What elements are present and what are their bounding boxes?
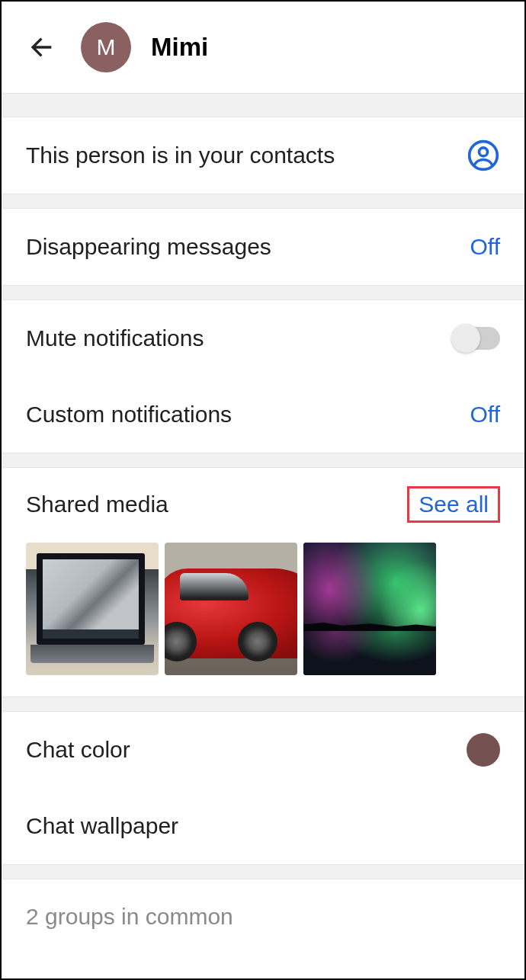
divider bbox=[2, 697, 524, 712]
divider bbox=[2, 453, 524, 468]
header: M Mimi bbox=[2, 2, 524, 93]
svg-point-1 bbox=[479, 148, 488, 156]
disappearing-value: Off bbox=[470, 234, 500, 260]
contacts-row[interactable]: This person is in your contacts bbox=[2, 117, 524, 194]
custom-notifications-label: Custom notifications bbox=[26, 402, 232, 428]
see-all-link[interactable]: See all bbox=[407, 486, 500, 523]
media-thumb-aurora[interactable] bbox=[303, 543, 436, 675]
chat-color-label: Chat color bbox=[26, 737, 130, 763]
contacts-label: This person is in your contacts bbox=[26, 143, 335, 168]
chat-color-swatch bbox=[467, 733, 500, 767]
groups-in-common-row[interactable]: 2 groups in common bbox=[2, 879, 524, 940]
avatar-letter: M bbox=[97, 34, 116, 60]
page-title: Mimi bbox=[151, 33, 208, 62]
arrow-left-icon bbox=[26, 32, 56, 62]
chat-color-row[interactable]: Chat color bbox=[2, 712, 524, 788]
divider bbox=[2, 285, 524, 300]
avatar[interactable]: M bbox=[81, 22, 131, 72]
custom-notifications-value: Off bbox=[470, 402, 500, 428]
person-circle-icon bbox=[467, 139, 500, 172]
groups-label: 2 groups in common bbox=[26, 904, 233, 929]
custom-notifications-row[interactable]: Custom notifications Off bbox=[2, 376, 524, 453]
shared-media-section: Shared media See all bbox=[2, 468, 524, 697]
disappearing-label: Disappearing messages bbox=[26, 234, 271, 260]
mute-notifications-row[interactable]: Mute notifications bbox=[2, 300, 524, 376]
media-thumbnails bbox=[26, 543, 500, 675]
shared-media-label: Shared media bbox=[26, 492, 168, 517]
chat-wallpaper-row[interactable]: Chat wallpaper bbox=[2, 788, 524, 864]
media-thumb-car[interactable] bbox=[165, 543, 297, 675]
media-thumb-laptop[interactable] bbox=[26, 543, 159, 675]
chat-wallpaper-label: Chat wallpaper bbox=[26, 813, 178, 839]
disappearing-messages-row[interactable]: Disappearing messages Off bbox=[2, 209, 524, 285]
divider bbox=[2, 194, 524, 209]
shared-media-header: Shared media See all bbox=[26, 486, 500, 523]
back-button[interactable] bbox=[23, 29, 59, 66]
mute-toggle[interactable] bbox=[454, 327, 500, 350]
divider bbox=[2, 93, 524, 117]
divider bbox=[2, 864, 524, 879]
mute-label: Mute notifications bbox=[26, 325, 204, 351]
